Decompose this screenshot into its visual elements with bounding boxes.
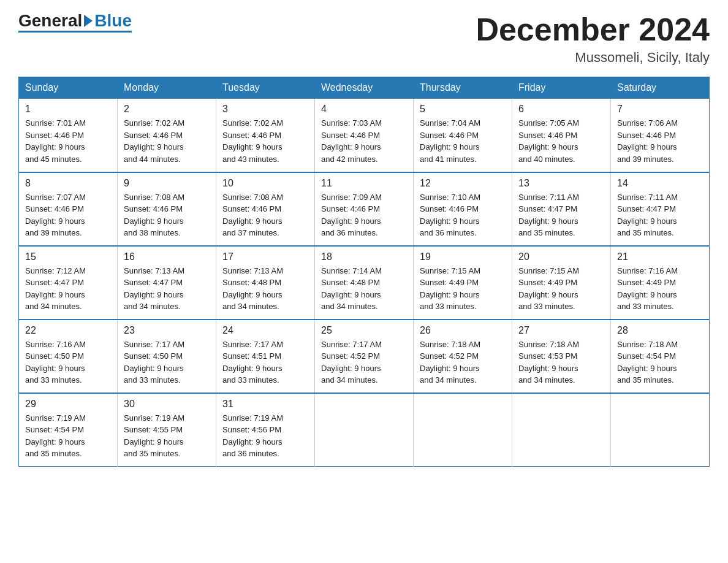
calendar-day-cell: 26Sunrise: 7:18 AM Sunset: 4:52 PM Dayli…: [414, 320, 512, 393]
day-number: 2: [124, 104, 210, 115]
day-info: Sunrise: 7:04 AM Sunset: 4:46 PM Dayligh…: [420, 117, 506, 165]
day-of-week-header: Friday: [512, 77, 611, 99]
day-info: Sunrise: 7:17 AM Sunset: 4:50 PM Dayligh…: [124, 339, 210, 386]
day-number: 5: [420, 104, 506, 115]
calendar-day-cell: 28Sunrise: 7:18 AM Sunset: 4:54 PM Dayli…: [611, 320, 710, 393]
day-number: 22: [25, 325, 111, 336]
day-info: Sunrise: 7:12 AM Sunset: 4:47 PM Dayligh…: [25, 265, 111, 313]
calendar-day-cell: 24Sunrise: 7:17 AM Sunset: 4:51 PM Dayli…: [216, 320, 315, 393]
calendar-day-cell: 8Sunrise: 7:07 AM Sunset: 4:46 PM Daylig…: [19, 172, 118, 246]
day-number: 15: [25, 251, 111, 262]
calendar-day-cell: 7Sunrise: 7:06 AM Sunset: 4:46 PM Daylig…: [611, 99, 710, 172]
calendar-day-cell: 9Sunrise: 7:08 AM Sunset: 4:46 PM Daylig…: [118, 172, 216, 246]
day-number: 13: [518, 178, 604, 189]
day-info: Sunrise: 7:19 AM Sunset: 4:55 PM Dayligh…: [124, 412, 210, 460]
day-info: Sunrise: 7:16 AM Sunset: 4:49 PM Dayligh…: [617, 265, 703, 313]
day-info: Sunrise: 7:05 AM Sunset: 4:46 PM Dayligh…: [518, 117, 604, 165]
calendar-day-cell: 18Sunrise: 7:14 AM Sunset: 4:48 PM Dayli…: [315, 246, 414, 320]
day-number: 24: [222, 325, 308, 336]
calendar-day-cell: 2Sunrise: 7:02 AM Sunset: 4:46 PM Daylig…: [118, 99, 216, 172]
day-info: Sunrise: 7:02 AM Sunset: 4:46 PM Dayligh…: [222, 117, 308, 165]
calendar-day-cell: 11Sunrise: 7:09 AM Sunset: 4:46 PM Dayli…: [315, 172, 414, 246]
day-info: Sunrise: 7:06 AM Sunset: 4:46 PM Dayligh…: [617, 117, 703, 165]
logo-text: General Blue: [18, 12, 132, 29]
day-number: 12: [420, 178, 506, 189]
day-info: Sunrise: 7:18 AM Sunset: 4:52 PM Dayligh…: [420, 339, 506, 386]
calendar-day-cell: 30Sunrise: 7:19 AM Sunset: 4:55 PM Dayli…: [118, 393, 216, 467]
calendar-day-cell: 3Sunrise: 7:02 AM Sunset: 4:46 PM Daylig…: [216, 99, 315, 172]
day-number: 10: [222, 178, 308, 189]
calendar-day-cell: 13Sunrise: 7:11 AM Sunset: 4:47 PM Dayli…: [512, 172, 611, 246]
calendar-week-row: 15Sunrise: 7:12 AM Sunset: 4:47 PM Dayli…: [19, 246, 710, 320]
day-info: Sunrise: 7:01 AM Sunset: 4:46 PM Dayligh…: [25, 117, 111, 165]
day-info: Sunrise: 7:10 AM Sunset: 4:46 PM Dayligh…: [420, 191, 506, 239]
day-number: 14: [617, 178, 703, 189]
day-of-week-header: Sunday: [19, 77, 118, 99]
calendar-body: 1Sunrise: 7:01 AM Sunset: 4:46 PM Daylig…: [19, 99, 710, 467]
calendar-day-cell: 16Sunrise: 7:13 AM Sunset: 4:47 PM Dayli…: [118, 246, 216, 320]
day-number: 21: [617, 251, 703, 262]
calendar-day-cell: 19Sunrise: 7:15 AM Sunset: 4:49 PM Dayli…: [414, 246, 512, 320]
title-block: December 2024 Mussomeli, Sicily, Italy: [476, 12, 710, 66]
day-number: 3: [222, 104, 308, 115]
calendar-day-cell: [315, 393, 414, 467]
day-info: Sunrise: 7:07 AM Sunset: 4:46 PM Dayligh…: [25, 191, 111, 239]
day-number: 25: [321, 325, 407, 336]
day-number: 8: [25, 178, 111, 189]
calendar-day-cell: 29Sunrise: 7:19 AM Sunset: 4:54 PM Dayli…: [19, 393, 118, 467]
day-number: 31: [222, 399, 308, 410]
calendar-day-cell: 5Sunrise: 7:04 AM Sunset: 4:46 PM Daylig…: [414, 99, 512, 172]
day-number: 29: [25, 399, 111, 410]
calendar-day-cell: [414, 393, 512, 467]
calendar-day-cell: 23Sunrise: 7:17 AM Sunset: 4:50 PM Dayli…: [118, 320, 216, 393]
page-header: General Blue December 2024 Mussomeli, Si…: [18, 12, 710, 66]
logo-blue-text: Blue: [94, 12, 132, 29]
day-number: 16: [124, 251, 210, 262]
day-info: Sunrise: 7:15 AM Sunset: 4:49 PM Dayligh…: [420, 265, 506, 313]
days-of-week-row: SundayMondayTuesdayWednesdayThursdayFrid…: [19, 77, 710, 99]
day-number: 23: [124, 325, 210, 336]
day-number: 7: [617, 104, 703, 115]
calendar-day-cell: 25Sunrise: 7:17 AM Sunset: 4:52 PM Dayli…: [315, 320, 414, 393]
month-title: December 2024: [476, 12, 710, 47]
day-info: Sunrise: 7:02 AM Sunset: 4:46 PM Dayligh…: [124, 117, 210, 165]
day-number: 17: [222, 251, 308, 262]
day-info: Sunrise: 7:13 AM Sunset: 4:48 PM Dayligh…: [222, 265, 308, 313]
day-number: 19: [420, 251, 506, 262]
day-of-week-header: Monday: [118, 77, 216, 99]
calendar-day-cell: 12Sunrise: 7:10 AM Sunset: 4:46 PM Dayli…: [414, 172, 512, 246]
calendar-day-cell: 22Sunrise: 7:16 AM Sunset: 4:50 PM Dayli…: [19, 320, 118, 393]
calendar-week-row: 8Sunrise: 7:07 AM Sunset: 4:46 PM Daylig…: [19, 172, 710, 246]
calendar-day-cell: 17Sunrise: 7:13 AM Sunset: 4:48 PM Dayli…: [216, 246, 315, 320]
day-info: Sunrise: 7:16 AM Sunset: 4:50 PM Dayligh…: [25, 339, 111, 386]
calendar-table: SundayMondayTuesdayWednesdayThursdayFrid…: [18, 77, 710, 467]
calendar-day-cell: 1Sunrise: 7:01 AM Sunset: 4:46 PM Daylig…: [19, 99, 118, 172]
day-info: Sunrise: 7:14 AM Sunset: 4:48 PM Dayligh…: [321, 265, 407, 313]
calendar-day-cell: 31Sunrise: 7:19 AM Sunset: 4:56 PM Dayli…: [216, 393, 315, 467]
day-number: 1: [25, 104, 111, 115]
day-info: Sunrise: 7:11 AM Sunset: 4:47 PM Dayligh…: [518, 191, 604, 239]
day-info: Sunrise: 7:19 AM Sunset: 4:56 PM Dayligh…: [222, 412, 308, 460]
logo: General Blue: [18, 12, 132, 33]
day-number: 18: [321, 251, 407, 262]
day-of-week-header: Wednesday: [315, 77, 414, 99]
calendar-day-cell: 15Sunrise: 7:12 AM Sunset: 4:47 PM Dayli…: [19, 246, 118, 320]
calendar-week-row: 1Sunrise: 7:01 AM Sunset: 4:46 PM Daylig…: [19, 99, 710, 172]
calendar-day-cell: [611, 393, 710, 467]
calendar-day-cell: 6Sunrise: 7:05 AM Sunset: 4:46 PM Daylig…: [512, 99, 611, 172]
day-of-week-header: Tuesday: [216, 77, 315, 99]
day-info: Sunrise: 7:15 AM Sunset: 4:49 PM Dayligh…: [518, 265, 604, 313]
logo-general-text: General: [18, 12, 82, 29]
day-number: 27: [518, 325, 604, 336]
day-info: Sunrise: 7:13 AM Sunset: 4:47 PM Dayligh…: [124, 265, 210, 313]
day-info: Sunrise: 7:17 AM Sunset: 4:52 PM Dayligh…: [321, 339, 407, 386]
calendar-day-cell: 10Sunrise: 7:08 AM Sunset: 4:46 PM Dayli…: [216, 172, 315, 246]
day-number: 4: [321, 104, 407, 115]
day-number: 28: [617, 325, 703, 336]
calendar-day-cell: 27Sunrise: 7:18 AM Sunset: 4:53 PM Dayli…: [512, 320, 611, 393]
day-info: Sunrise: 7:18 AM Sunset: 4:54 PM Dayligh…: [617, 339, 703, 386]
day-info: Sunrise: 7:03 AM Sunset: 4:46 PM Dayligh…: [321, 117, 407, 165]
day-info: Sunrise: 7:17 AM Sunset: 4:51 PM Dayligh…: [222, 339, 308, 386]
calendar-day-cell: 4Sunrise: 7:03 AM Sunset: 4:46 PM Daylig…: [315, 99, 414, 172]
day-number: 26: [420, 325, 506, 336]
